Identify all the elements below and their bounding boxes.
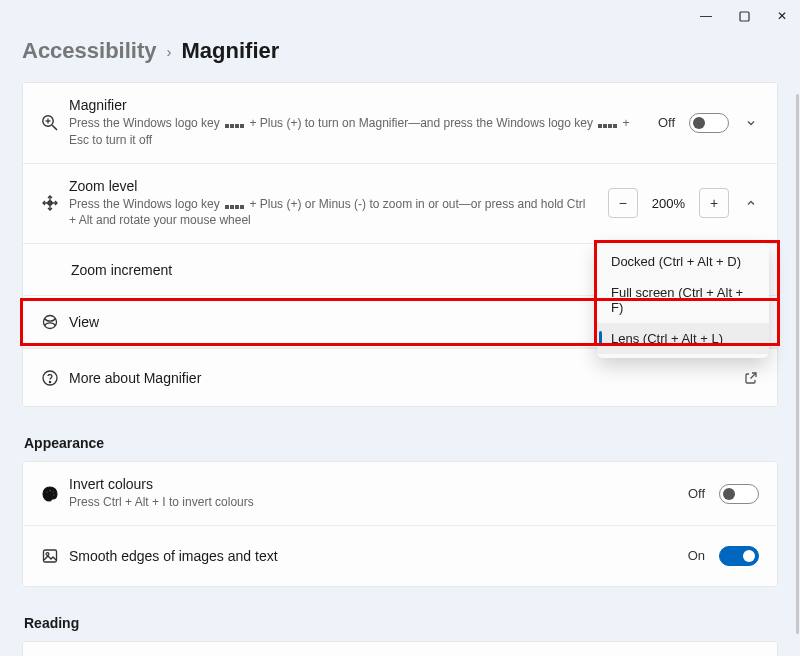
smooth-edges-row: Smooth edges of images and text On [23, 526, 777, 586]
smooth-toggle[interactable] [719, 546, 759, 566]
scrollbar[interactable] [796, 94, 799, 634]
svg-point-14 [46, 553, 49, 556]
magnifier-icon [41, 114, 69, 132]
view-option-docked[interactable]: Docked (Ctrl + Alt + D) [597, 246, 769, 277]
help-icon [41, 369, 69, 387]
svg-point-12 [53, 494, 55, 496]
windows-key-icon [225, 205, 244, 209]
palette-icon [41, 485, 69, 503]
zoom-move-icon [41, 194, 69, 212]
invert-state: Off [688, 486, 705, 501]
maximize-button[interactable] [734, 6, 754, 26]
reading-shortcut-row: Reading shortcut Ctrl + Alt [23, 642, 777, 656]
magnifier-settings-group: Magnifier Press the Windows logo key + P… [22, 82, 778, 407]
maximize-icon [739, 11, 750, 22]
svg-rect-0 [740, 12, 749, 21]
external-link-icon [743, 370, 759, 386]
smooth-title: Smooth edges of images and text [69, 548, 676, 564]
breadcrumb-parent[interactable]: Accessibility [22, 38, 157, 64]
lens-icon [41, 313, 69, 331]
chevron-right-icon: › [167, 43, 172, 60]
svg-point-10 [49, 489, 51, 491]
zoom-increment-row[interactable]: Zoom increment Docked (Ctrl + Alt + D) F… [23, 244, 777, 296]
invert-colours-row: Invert colours Press Ctrl + Alt + I to i… [23, 462, 777, 526]
reading-group: Reading shortcut Ctrl + Alt [22, 641, 778, 656]
collapse-chevron-icon[interactable] [743, 195, 759, 211]
windows-key-icon [225, 124, 244, 128]
svg-point-8 [49, 381, 50, 382]
invert-desc: Press Ctrl + Alt + I to invert colours [69, 494, 676, 511]
breadcrumb: Accessibility › Magnifier [22, 38, 778, 64]
appearance-group: Invert colours Press Ctrl + Alt + I to i… [22, 461, 778, 587]
view-dropdown-menu: Docked (Ctrl + Alt + D) Full screen (Ctr… [597, 242, 769, 358]
svg-point-6 [44, 315, 57, 328]
image-icon [41, 547, 69, 565]
zoom-desc: Press the Windows logo key + Plus (+) or… [69, 196, 596, 230]
svg-point-11 [52, 491, 54, 493]
svg-rect-13 [44, 550, 57, 562]
zoom-title: Zoom level [69, 178, 596, 194]
invert-title: Invert colours [69, 476, 676, 492]
minimize-button[interactable]: — [696, 6, 716, 26]
zoom-decrease-button[interactable]: − [608, 188, 638, 218]
zoom-value: 200% [652, 196, 685, 211]
magnifier-title: Magnifier [69, 97, 646, 113]
smooth-state: On [688, 548, 705, 563]
zoom-increase-button[interactable]: + [699, 188, 729, 218]
close-button[interactable]: ✕ [772, 6, 792, 26]
zoom-level-row: Zoom level Press the Windows logo key + … [23, 164, 777, 245]
svg-line-2 [52, 125, 57, 130]
view-option-lens[interactable]: Lens (Ctrl + Alt + L) [597, 323, 769, 354]
view-option-fullscreen[interactable]: Full screen (Ctrl + Alt + F) [597, 277, 769, 323]
magnifier-desc: Press the Windows logo key + Plus (+) to… [69, 115, 646, 149]
expand-chevron-icon[interactable] [743, 115, 759, 131]
reading-section-title: Reading [24, 615, 778, 631]
invert-toggle[interactable] [719, 484, 759, 504]
svg-point-9 [46, 491, 48, 493]
page-title: Magnifier [182, 38, 280, 64]
more-title: More about Magnifier [69, 370, 731, 386]
appearance-section-title: Appearance [24, 435, 778, 451]
windows-key-icon [598, 124, 617, 128]
magnifier-toggle[interactable] [689, 113, 729, 133]
magnifier-row: Magnifier Press the Windows logo key + P… [23, 83, 777, 164]
magnifier-state: Off [658, 115, 675, 130]
window-titlebar: — ✕ [0, 0, 800, 32]
